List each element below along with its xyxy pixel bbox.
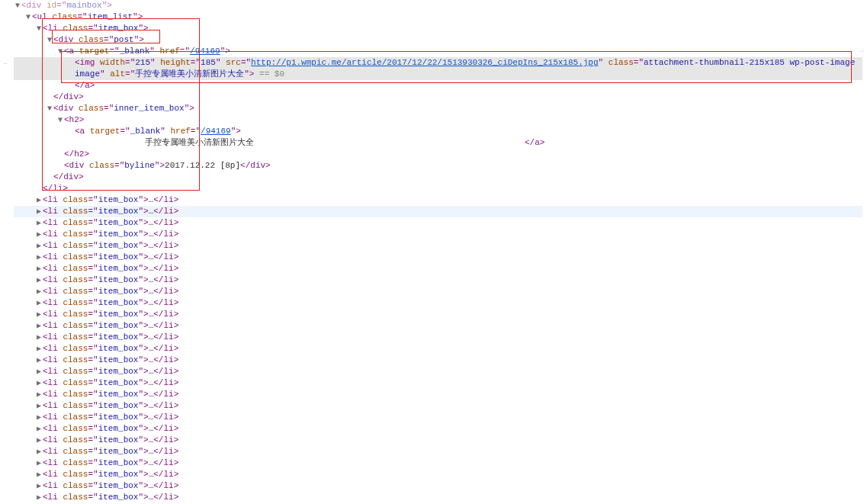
dom-row[interactable]: <li class="item_box">…</li> — [14, 332, 862, 343]
dom-row[interactable]: <li class="item_box"> — [14, 23, 862, 34]
dom-row[interactable]: <li class="item_box">…</li> — [14, 377, 862, 389]
dom-row[interactable]: <li class="item_box">…</li> — [14, 309, 862, 320]
dom-row[interactable]: <li class="item_box">…</li> — [14, 217, 862, 229]
expand-arrow-closed-icon[interactable] — [35, 274, 43, 286]
dom-row[interactable]: <li class="item_box">…</li> — [14, 435, 862, 446]
dom-row[interactable]: <li class="item_box">…</li> — [14, 286, 862, 297]
dom-row[interactable]: </a> — [14, 80, 862, 91]
expand-arrow-open-icon[interactable] — [14, 0, 21, 11]
dom-row[interactable]: <li class="item_box">…</li> — [14, 229, 862, 240]
expand-arrow-closed-icon[interactable] — [35, 355, 43, 366]
expand-arrow-closed-icon[interactable] — [35, 286, 43, 297]
dom-row[interactable]: <li class="item_box">…</li> — [14, 320, 862, 332]
dom-row[interactable]: <li class="item_box">…</li> — [14, 263, 862, 274]
dom-row[interactable]: <li class="item_box">…</li> — [14, 400, 862, 412]
expand-arrow-closed-icon[interactable] — [35, 446, 43, 457]
dom-row[interactable]: <li class="item_box">…</li> — [14, 480, 862, 492]
dom-row[interactable]: <a target="_blank" href="/94169"> — [14, 126, 862, 137]
expand-arrow-closed-icon[interactable] — [35, 263, 43, 274]
expand-arrow-closed-icon[interactable] — [35, 252, 43, 263]
expand-arrow-closed-icon[interactable] — [35, 400, 43, 412]
expand-arrow-open-icon[interactable] — [46, 34, 53, 46]
expand-arrow-open-icon[interactable] — [24, 11, 32, 23]
expand-arrow-closed-icon[interactable] — [35, 309, 43, 320]
expand-arrow-closed-icon[interactable] — [35, 240, 43, 252]
expand-arrow-closed-icon[interactable] — [35, 492, 43, 503]
rows-container: <div id="mainbox"><ul class="item_list">… — [0, 0, 862, 504]
dom-row[interactable]: <div class="byline">2017.12.22 [8p]</div… — [14, 160, 862, 172]
dom-row[interactable]: </div> — [14, 91, 862, 103]
dom-row[interactable]: </h2> — [14, 149, 862, 160]
dom-row[interactable]: 手控专属唯美小清新图片大全</a> — [14, 137, 862, 149]
dom-row[interactable]: </li> — [14, 183, 862, 194]
expand-arrow-closed-icon[interactable] — [35, 320, 43, 332]
dom-row[interactable]: <h2> — [14, 114, 862, 126]
dom-row[interactable]: <div class="inner_item_box"> — [14, 103, 862, 114]
dom-row[interactable]: <li class="item_box">…</li> — [14, 423, 862, 435]
dom-row[interactable]: <li class="item_box">…</li> — [14, 355, 862, 366]
dom-row[interactable]: <li class="item_box">…</li> — [14, 389, 862, 400]
expand-arrow-closed-icon[interactable] — [35, 412, 43, 423]
dom-row[interactable]: <li class="item_box">…</li> — [14, 240, 862, 252]
expand-arrow-closed-icon[interactable] — [35, 435, 43, 446]
expand-arrow-closed-icon[interactable] — [35, 377, 43, 389]
dom-row[interactable]: <li class="item_box">…</li> — [14, 343, 862, 355]
dom-row[interactable]: <a target="_blank" href="/94169"> — [14, 46, 862, 57]
dom-row[interactable]: <li class="item_box">…</li> — [14, 412, 862, 423]
dom-row[interactable]: <li class="item_box">…</li> — [14, 206, 862, 217]
dom-row[interactable]: <div id="mainbox"> — [14, 0, 862, 11]
expand-arrow-open-icon[interactable] — [56, 114, 64, 126]
dom-row[interactable]: <li class="item_box">…</li> — [14, 274, 862, 286]
expand-arrow-closed-icon[interactable] — [35, 389, 43, 400]
dom-row[interactable]: </div> — [14, 172, 862, 183]
expand-arrow-closed-icon[interactable] — [35, 366, 43, 377]
dom-row[interactable]: <li class="item_box">…</li> — [14, 446, 862, 457]
expand-arrow-closed-icon[interactable] — [35, 469, 43, 480]
src-link[interactable]: http://p1.wmpic.me/article/2017/12/22/15… — [251, 58, 598, 67]
expand-arrow-open-icon[interactable] — [56, 46, 64, 57]
href-link[interactable]: /94169 — [201, 127, 231, 136]
dom-tree[interactable]: … <div id="mainbox"><ul class="item_list… — [0, 0, 864, 504]
expand-arrow-closed-icon[interactable] — [35, 343, 43, 355]
expand-arrow-closed-icon[interactable] — [35, 229, 43, 240]
expand-arrow-closed-icon[interactable] — [35, 194, 43, 206]
expand-arrow-open-icon[interactable] — [35, 23, 43, 34]
expand-arrow-closed-icon[interactable] — [35, 457, 43, 469]
dom-row[interactable]: <li class="item_box">…</li> — [14, 194, 862, 206]
dom-row[interactable]: <li class="item_box">…</li> — [14, 492, 862, 503]
expand-arrow-closed-icon[interactable] — [35, 297, 43, 309]
expand-arrow-closed-icon[interactable] — [35, 480, 43, 492]
expand-arrow-closed-icon[interactable] — [35, 332, 43, 343]
expand-arrow-closed-icon[interactable] — [35, 217, 43, 229]
dom-row[interactable]: <li class="item_box">…</li> — [14, 297, 862, 309]
dom-row[interactable]: <li class="item_box">…</li> — [14, 366, 862, 377]
expand-arrow-closed-icon[interactable] — [35, 206, 43, 217]
dom-row[interactable]: image" alt="手控专属唯美小清新图片大全"> == $0 — [14, 69, 862, 80]
dom-row[interactable]: <ul class="item_list"> — [14, 11, 862, 23]
dom-row[interactable]: <li class="item_box">…</li> — [14, 457, 862, 469]
dom-row[interactable]: <div class="post"> — [14, 34, 862, 46]
expand-arrow-open-icon[interactable] — [46, 103, 53, 114]
dom-row[interactable]: <li class="item_box">…</li> — [14, 469, 862, 480]
dom-row[interactable]: <img width="215" height="185" src="http:… — [14, 57, 862, 69]
href-link[interactable]: /94169 — [190, 47, 220, 56]
expand-arrow-closed-icon[interactable] — [35, 423, 43, 435]
dom-row[interactable]: <li class="item_box">…</li> — [14, 252, 862, 263]
